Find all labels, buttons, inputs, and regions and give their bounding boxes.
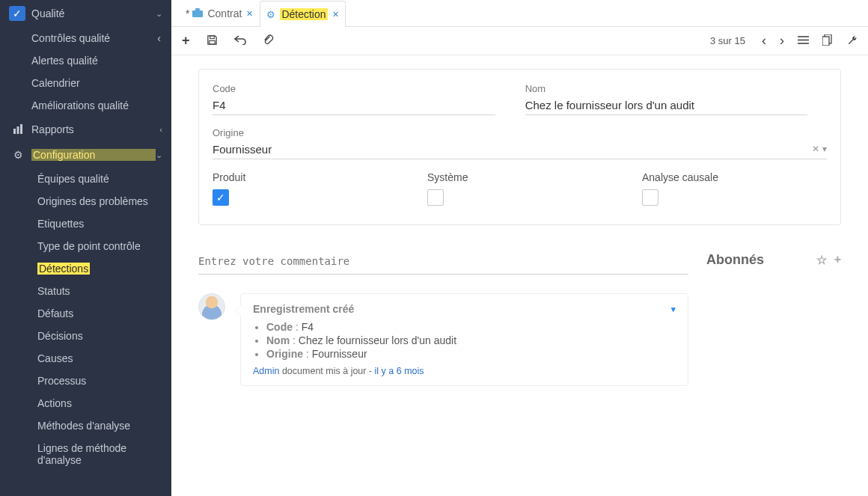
chevron-down-icon[interactable]: ▾ bbox=[671, 304, 676, 314]
avatar bbox=[198, 293, 225, 320]
list-view-button[interactable] bbox=[798, 34, 809, 47]
attach-button[interactable] bbox=[263, 34, 274, 48]
field-val: Fournisseur bbox=[312, 348, 367, 360]
nav-item-label: Actions bbox=[37, 397, 72, 409]
main-panel: * Contrat ✕ ⚙ Détection ✕ + bbox=[171, 0, 868, 496]
new-button[interactable]: + bbox=[182, 33, 190, 49]
nav-item-detections[interactable]: Détections bbox=[0, 257, 171, 280]
nav-item-decisions[interactable]: Décisions bbox=[0, 325, 171, 347]
nav-item-processes[interactable]: Processus bbox=[0, 370, 171, 392]
nav-item-label: Type de point contrôle bbox=[37, 240, 141, 252]
nav-item-label: Alertes qualité bbox=[31, 55, 98, 67]
save-button[interactable] bbox=[207, 34, 218, 48]
chevron-down-icon[interactable]: ▾ bbox=[822, 144, 827, 154]
record-counter: 3 sur 15 bbox=[710, 35, 745, 46]
prev-record-button[interactable]: ‹ bbox=[762, 33, 766, 49]
nav-item-label: Origines des problèmes bbox=[37, 195, 148, 207]
tab-detection[interactable]: ⚙ Détection ✕ bbox=[260, 1, 345, 27]
svg-rect-6 bbox=[209, 40, 215, 44]
field-key: Code bbox=[266, 321, 293, 333]
code-input[interactable]: F4 bbox=[213, 96, 495, 115]
field-label: Analyse causale bbox=[642, 171, 827, 183]
nav-section-quality[interactable]: ✓ Qualité ⌄ bbox=[0, 0, 171, 27]
dirty-indicator: * bbox=[186, 7, 189, 19]
nav-item-analysis-method-lines[interactable]: Lignes de méthode d'analyse bbox=[0, 437, 171, 471]
message-time[interactable]: il y a 6 mois bbox=[375, 366, 424, 376]
comment-input[interactable] bbox=[198, 252, 688, 275]
next-record-button[interactable]: › bbox=[780, 33, 784, 49]
nav-item-label: Détections bbox=[37, 263, 90, 275]
message-user[interactable]: Admin bbox=[253, 366, 279, 376]
field-code: Code F4 bbox=[213, 83, 495, 115]
field-value: Chez le fournisseur lors d'un audit bbox=[525, 99, 694, 111]
svg-rect-3 bbox=[192, 10, 203, 17]
message-action: document mis à jour bbox=[282, 366, 367, 376]
nav-item-quality-teams[interactable]: Équipes qualité bbox=[0, 168, 171, 190]
wrench-button[interactable] bbox=[846, 34, 858, 48]
close-icon[interactable]: ✕ bbox=[246, 9, 253, 19]
field-label: Système bbox=[427, 171, 612, 183]
field-label: Origine bbox=[213, 127, 827, 138]
nav-item-quality-improvements[interactable]: Améliorations qualité bbox=[0, 94, 171, 117]
message-footer: Admin document mis à jour - il y a 6 moi… bbox=[253, 366, 676, 376]
name-input[interactable]: Chez le fournisseur lors d'un audit bbox=[525, 96, 808, 115]
tab-bar: * Contrat ✕ ⚙ Détection ✕ bbox=[171, 0, 868, 27]
chevron-down-icon: ⌄ bbox=[156, 150, 162, 160]
field-val: F4 bbox=[302, 321, 314, 333]
svg-rect-4 bbox=[195, 8, 200, 10]
briefcase-icon bbox=[192, 8, 203, 19]
tab-contract[interactable]: * Contrat ✕ bbox=[179, 0, 260, 26]
svg-rect-11 bbox=[822, 37, 829, 46]
nav-item-defects[interactable]: Défauts bbox=[0, 302, 171, 325]
nav-item-quality-alerts[interactable]: Alertes qualité bbox=[0, 49, 171, 72]
nav-item-causes[interactable]: Causes bbox=[0, 347, 171, 370]
field-value: Fournisseur bbox=[213, 143, 272, 156]
nav-section-quality-label: Qualité bbox=[31, 7, 156, 19]
nav-item-analysis-methods[interactable]: Méthodes d'analyse bbox=[0, 414, 171, 437]
analyse-checkbox[interactable] bbox=[642, 189, 658, 206]
nav-item-control-point-type[interactable]: Type de point contrôle bbox=[0, 235, 171, 257]
nav-item-label: Calendrier bbox=[31, 77, 80, 89]
field-name: Nom Chez le fournisseur lors d'un audit bbox=[525, 83, 808, 115]
produit-checkbox[interactable]: ✓ bbox=[213, 189, 229, 206]
content-area: Code F4 Nom Chez le fournisseur lors d'u… bbox=[171, 55, 868, 496]
chevron-left-icon: ‹ bbox=[159, 125, 162, 134]
star-icon[interactable]: ☆ bbox=[816, 253, 827, 267]
nav-section-config[interactable]: ⚙ Configuration ⌄ bbox=[0, 142, 171, 168]
followers-header: Abonnés ☆ + bbox=[706, 252, 841, 268]
nav-item-tags[interactable]: Etiquettes bbox=[0, 212, 171, 235]
svg-rect-2 bbox=[20, 124, 22, 134]
systeme-checkbox[interactable] bbox=[427, 189, 444, 206]
nav-item-quality-controls[interactable]: Contrôles qualité ‹ bbox=[0, 27, 171, 49]
toolbar: + 3 sur 15 ‹ › bbox=[171, 27, 868, 55]
svg-rect-1 bbox=[17, 126, 19, 134]
nav-section-reports-label: Rapports bbox=[31, 123, 159, 135]
nav-item-label: Statuts bbox=[37, 285, 70, 297]
nav-item-problem-origins[interactable]: Origines des problèmes bbox=[0, 190, 171, 212]
message-fields: Code : F4 Nom : Chez le fournisseur lors… bbox=[266, 321, 676, 360]
message-title: Enregistrement créé bbox=[253, 303, 354, 315]
nav-section-config-label: Configuration bbox=[31, 149, 156, 161]
gear-icon: ⚙ bbox=[266, 9, 275, 20]
clear-icon[interactable]: ✕ bbox=[812, 144, 819, 154]
add-follower-button[interactable]: + bbox=[834, 253, 841, 267]
gear-icon: ⚙ bbox=[10, 148, 25, 162]
followers-title: Abonnés bbox=[706, 252, 764, 268]
check-icon: ✓ bbox=[9, 6, 25, 21]
tab-label: Détection bbox=[280, 8, 327, 20]
field-origin: Origine Fournisseur ✕ ▾ bbox=[213, 127, 827, 159]
sidebar: ✓ Qualité ⌄ Contrôles qualité ‹ Alertes … bbox=[0, 0, 171, 496]
nav-item-actions[interactable]: Actions bbox=[0, 392, 171, 414]
nav-item-statuses[interactable]: Statuts bbox=[0, 280, 171, 302]
chevron-down-icon: ⌄ bbox=[156, 9, 162, 19]
chevron-left-icon: ‹ bbox=[157, 32, 161, 44]
nav-item-label: Défauts bbox=[37, 307, 73, 319]
close-icon[interactable]: ✕ bbox=[332, 10, 339, 19]
copy-button[interactable] bbox=[822, 34, 833, 48]
field-label: Produit bbox=[213, 171, 397, 183]
nav-item-label: Lignes de méthode d'analyse bbox=[37, 442, 126, 466]
nav-item-calendar[interactable]: Calendrier bbox=[0, 72, 171, 94]
nav-section-reports[interactable]: Rapports ‹ bbox=[0, 117, 171, 142]
undo-button[interactable] bbox=[234, 34, 246, 47]
origin-select[interactable]: Fournisseur ✕ ▾ bbox=[213, 140, 827, 159]
